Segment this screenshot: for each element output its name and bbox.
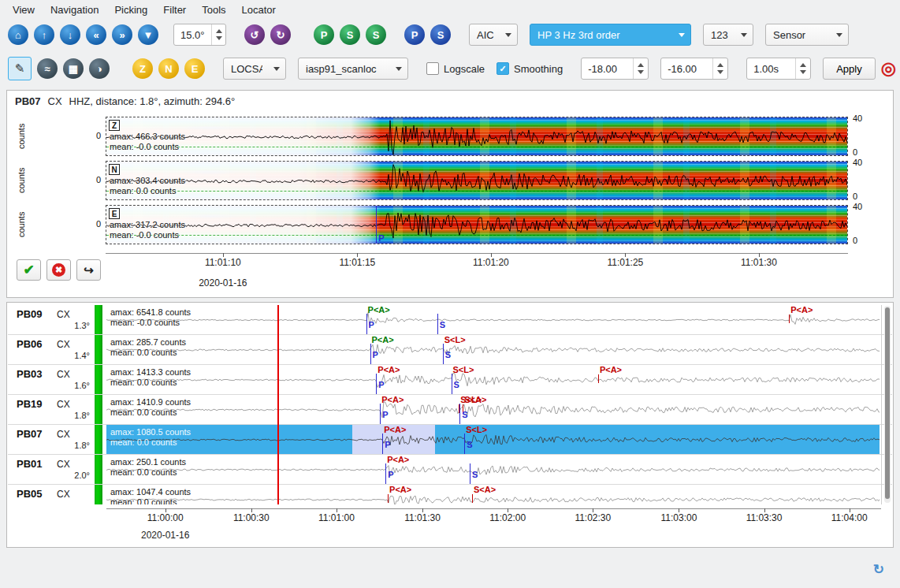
station-row-PB07[interactable]: PB07CX1.8°amax: 1080.5 countsmean: 0.0 c… bbox=[8, 425, 892, 455]
station-row-PB05[interactable]: PB05CXamax: 1047.4 countsmean: 0.0 count… bbox=[8, 485, 892, 504]
availability-bar bbox=[95, 455, 102, 484]
component-box: E bbox=[109, 208, 120, 219]
mean-label: mean: 0.0 counts bbox=[110, 437, 177, 447]
max-amplitude-spinbox[interactable]: -16.00 bbox=[660, 58, 728, 80]
menu-filter[interactable]: Filter bbox=[155, 2, 194, 18]
chevron-down-icon bbox=[396, 67, 402, 71]
spinbox-arrows[interactable] bbox=[633, 58, 648, 79]
reject-pick-button[interactable]: ✖ bbox=[46, 259, 71, 281]
header-stream-info: HHZ, distance: 1.8°, azimuth: 294.6° bbox=[69, 95, 236, 107]
station-trace[interactable]: amax: 1047.4 countsmean: 0.0 countsP<A>S… bbox=[106, 485, 880, 504]
marker-line bbox=[388, 494, 389, 503]
main-trace-N[interactable]: Namax: 303.4 countsmean: 0.0 counts bbox=[106, 161, 848, 200]
pick-s2-button[interactable]: S bbox=[366, 24, 386, 45]
time-tick-label: 11:01:30 bbox=[395, 512, 450, 523]
filter-combo[interactable]: HP 3 Hz 3rd order bbox=[530, 24, 691, 46]
vertical-scrollbar[interactable] bbox=[884, 306, 891, 503]
station-trace[interactable]: amax: 285.7 countsmean: 0.0 countsP<A>S<… bbox=[106, 335, 880, 364]
component-n-button[interactable]: N bbox=[158, 58, 179, 79]
amax-label: amax: 1413.3 counts bbox=[110, 367, 191, 377]
availability-bar bbox=[95, 365, 102, 394]
distance-label: 2.0° bbox=[58, 471, 90, 480]
spinbox-arrows[interactable] bbox=[712, 58, 727, 79]
trace-header: PB07 CX HHZ, distance: 1.8°, azimuth: 29… bbox=[15, 95, 235, 107]
time-mode-button[interactable]: ◑ bbox=[89, 58, 110, 79]
mean-label: mean: 0.0 counts bbox=[110, 467, 177, 477]
n-component-icon: N bbox=[165, 64, 172, 74]
marker-line bbox=[598, 374, 599, 383]
menu-locator[interactable]: Locator bbox=[234, 2, 284, 18]
rotation-angle-spinbox[interactable]: 15.0° bbox=[173, 24, 226, 46]
confirm-pick-button[interactable]: ✔ bbox=[17, 259, 41, 281]
logscale-checkbox[interactable]: Logscale bbox=[426, 62, 485, 75]
phase-p-button[interactable]: P bbox=[404, 24, 425, 45]
previous-marker-button[interactable]: « bbox=[86, 24, 106, 45]
station-row-PB06[interactable]: PB06CX1.4°amax: 285.7 countsmean: 0.0 co… bbox=[8, 335, 892, 365]
rotate-left-button[interactable]: ↺ bbox=[244, 24, 265, 45]
pick-label: P bbox=[378, 233, 384, 243]
amplitude-zoom-out-button[interactable]: ↓ bbox=[60, 24, 80, 45]
apply-button[interactable]: Apply bbox=[823, 58, 876, 80]
home-icon: ⌂ bbox=[15, 30, 21, 40]
distance-label: 1.4° bbox=[58, 351, 90, 360]
component-e-button[interactable]: E bbox=[184, 58, 205, 79]
main-trace-Z[interactable]: Zamax: 466.3 countsmean: -0.0 counts bbox=[106, 117, 848, 156]
spectrogram-mode-button[interactable]: ▦ bbox=[63, 58, 84, 79]
network-code: CX bbox=[57, 309, 70, 320]
amax-label: amax: 466.3 counts bbox=[110, 132, 185, 141]
picker-algorithm-combo[interactable]: AIC bbox=[469, 24, 518, 46]
menu-navigation[interactable]: Navigation bbox=[43, 2, 106, 18]
rotate-right-button[interactable]: ↻ bbox=[270, 24, 291, 45]
menu-tools[interactable]: Tools bbox=[194, 2, 233, 18]
reset-view-button[interactable]: ⌂ bbox=[8, 24, 28, 45]
profile-combo[interactable]: iasp91_scanloc bbox=[298, 58, 408, 80]
station-trace[interactable]: amax: 250.1 countsmean: 0.0 countsP<A>PS bbox=[106, 455, 880, 484]
pick-s-button[interactable]: S bbox=[340, 24, 360, 45]
menu-view[interactable]: View bbox=[5, 2, 43, 18]
refresh-icon[interactable]: ↻ bbox=[873, 561, 884, 578]
station-code: PB05 bbox=[17, 488, 43, 500]
min-amplitude-spinbox[interactable]: -18.00 bbox=[581, 58, 649, 80]
station-trace[interactable]: amax: 6541.8 countsmean: -0.0 countsP<A>… bbox=[106, 305, 880, 334]
scrollbar-handle[interactable] bbox=[885, 307, 890, 499]
marker-line bbox=[459, 404, 460, 424]
rotation-combo[interactable]: 123 bbox=[703, 24, 753, 46]
pick-p-button[interactable]: P bbox=[314, 24, 334, 45]
pick-tool-button[interactable]: ✎ bbox=[8, 57, 32, 80]
waveform bbox=[106, 455, 880, 484]
menu-picking[interactable]: Picking bbox=[106, 2, 155, 18]
marker-label: S bbox=[462, 410, 467, 419]
station-row-PB19[interactable]: PB19CX1.8°amax: 1410.9 countsmean: 0.0 c… bbox=[8, 395, 892, 425]
next-station-button[interactable]: ↪ bbox=[76, 259, 101, 281]
relocate-target-icon[interactable]: ◎ bbox=[881, 60, 896, 77]
phase-s-button[interactable]: S bbox=[430, 24, 451, 45]
station-row-PB01[interactable]: PB01CX2.0°amax: 250.1 countsmean: 0.0 co… bbox=[8, 455, 892, 485]
time-window-spinbox[interactable]: 1.00s bbox=[746, 58, 811, 80]
main-trace-E[interactable]: Eamax: 317.2 countsmean: -0.0 countsP bbox=[106, 205, 848, 244]
y-axis-title: counts bbox=[17, 118, 28, 154]
station-trace[interactable]: amax: 1413.3 countsmean: 0.0 countsP<A>S… bbox=[106, 365, 880, 394]
spinbox-arrows[interactable] bbox=[795, 58, 810, 79]
network-code: CX bbox=[57, 339, 70, 350]
smoothing-checkbox[interactable]: Smoothing bbox=[496, 62, 563, 75]
waveform-mode-button[interactable]: ≈ bbox=[37, 58, 58, 79]
align-phase-button[interactable]: ▼ bbox=[138, 24, 158, 45]
marker-label: S<L> bbox=[453, 365, 474, 374]
next-marker-button[interactable]: » bbox=[112, 24, 132, 45]
network-code: CX bbox=[57, 429, 70, 440]
station-code: PB07 bbox=[17, 428, 43, 440]
marker-line bbox=[443, 344, 444, 364]
station-row-PB03[interactable]: PB03CX1.6°amax: 1413.3 countsmean: 0.0 c… bbox=[8, 365, 892, 395]
component-z-button[interactable]: Z bbox=[132, 58, 153, 79]
locator-combo[interactable]: LOCSAT bbox=[223, 58, 286, 80]
station-trace[interactable]: amax: 1080.5 countsmean: 0.0 countsP<A>S… bbox=[106, 425, 880, 454]
station-trace[interactable]: amax: 1410.9 countsmean: 0.0 countsP<A>S… bbox=[106, 395, 880, 424]
s2-pick-icon: S bbox=[373, 30, 380, 40]
distance-label: 1.6° bbox=[58, 381, 90, 390]
availability-bar bbox=[95, 395, 102, 424]
component-box: N bbox=[109, 164, 120, 175]
unit-combo[interactable]: Sensor bbox=[765, 24, 849, 46]
station-row-PB09[interactable]: PB09CX1.3°amax: 6541.8 countsmean: -0.0 … bbox=[8, 305, 892, 335]
spinbox-arrows[interactable] bbox=[211, 24, 226, 45]
amplitude-zoom-in-button[interactable]: ↑ bbox=[34, 24, 54, 45]
